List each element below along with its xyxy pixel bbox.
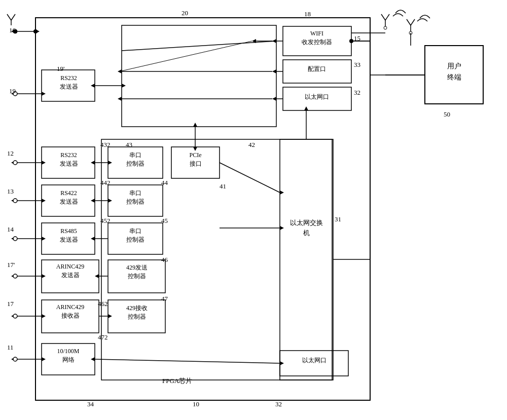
arinc429-send-label: ARINC429发送器 <box>42 262 99 280</box>
svg-marker-81 <box>193 123 197 127</box>
svg-line-35 <box>122 41 252 71</box>
num-442: 442 <box>100 179 111 187</box>
svg-marker-29 <box>42 92 46 96</box>
num-42: 42 <box>248 141 255 149</box>
svg-marker-54 <box>11 199 15 203</box>
num-32top: 32 <box>354 89 360 97</box>
num-41: 41 <box>220 182 226 190</box>
arinc429-recv-label: ARINC429接收器 <box>42 303 99 320</box>
num-17prime: 17' <box>7 261 15 269</box>
svg-point-94 <box>13 161 17 165</box>
num-10: 10 <box>193 400 199 408</box>
svg-line-86 <box>220 163 280 193</box>
rs232-top-label: RS232发送器 <box>45 74 93 91</box>
num-43: 43 <box>126 141 132 149</box>
pcie-label: PCIe接口 <box>174 151 217 168</box>
svg-rect-6 <box>101 139 332 380</box>
num-13: 13 <box>7 187 14 196</box>
svg-marker-42 <box>272 97 276 101</box>
num-472: 472 <box>98 333 108 341</box>
svg-point-95 <box>13 199 17 203</box>
svg-point-100 <box>349 39 353 43</box>
svg-marker-48 <box>11 161 15 165</box>
svg-marker-23 <box>35 29 40 33</box>
num-462: 462 <box>98 300 108 308</box>
num-16: 16 <box>9 26 16 34</box>
num-432: 432 <box>100 141 111 149</box>
user-terminal-label: 用户终端 <box>427 61 481 84</box>
arinc429-recv-ctrl-label: 429接收控制器 <box>109 304 165 321</box>
eth-port-bottom-label: 以太网口 <box>284 356 345 365</box>
num-452: 452 <box>100 217 111 225</box>
num-20: 20 <box>182 9 188 17</box>
num-45: 45 <box>161 217 168 225</box>
num-15: 15 <box>354 34 360 43</box>
svg-marker-75 <box>11 357 15 361</box>
num-18: 18 <box>304 10 311 18</box>
svg-line-102 <box>7 14 11 20</box>
rs232-label: RS232发送器 <box>45 151 93 168</box>
svg-marker-70 <box>11 314 15 318</box>
serial-ctrl2-label: 串口控制器 <box>111 189 160 206</box>
svg-rect-1 <box>122 25 276 127</box>
rs422-label: RS422发送器 <box>45 189 93 206</box>
svg-marker-80 <box>193 147 197 151</box>
num-33: 33 <box>354 61 360 69</box>
svg-marker-38 <box>272 69 276 73</box>
rs485-label: RS485发送器 <box>45 227 93 244</box>
svg-line-105 <box>381 14 385 20</box>
svg-marker-83 <box>304 106 308 110</box>
num-12: 12 <box>7 149 14 158</box>
svg-point-98 <box>13 314 17 318</box>
svg-marker-87 <box>280 190 284 195</box>
arinc429-send-ctrl-label: 429发送控制器 <box>109 263 165 281</box>
svg-marker-60 <box>11 237 15 241</box>
svg-point-97 <box>13 274 17 278</box>
diagram: WIFI收发控制器 配置口 以太网口 RS232发送器 RS232发送器 RS4… <box>0 0 507 420</box>
svg-point-107 <box>384 26 387 29</box>
config-port-label: 配置口 <box>292 65 342 73</box>
svg-line-110 <box>411 19 415 25</box>
svg-marker-26 <box>122 84 126 88</box>
svg-point-96 <box>13 237 17 241</box>
svg-point-111 <box>409 31 412 34</box>
num-44: 44 <box>161 179 168 187</box>
svg-marker-44 <box>118 97 122 101</box>
network-label: 10/100M网络 <box>44 347 92 364</box>
svg-point-91 <box>33 29 38 33</box>
svg-line-106 <box>385 14 389 20</box>
num-19: 19 <box>9 87 16 95</box>
svg-marker-32 <box>272 39 276 43</box>
svg-marker-34 <box>252 39 256 43</box>
svg-rect-19 <box>280 139 333 380</box>
svg-marker-65 <box>11 274 15 278</box>
svg-marker-40 <box>118 69 122 73</box>
svg-point-99 <box>13 357 17 361</box>
num-34: 34 <box>87 400 94 408</box>
num-50: 50 <box>444 110 450 119</box>
fpga-label: FPGA芯片 <box>162 376 192 386</box>
num-14: 14 <box>7 225 14 234</box>
num-46: 46 <box>161 256 168 264</box>
serial-ctrl1-label: 串口控制器 <box>111 151 160 168</box>
svg-line-103 <box>11 14 15 20</box>
svg-line-36 <box>122 41 276 51</box>
eth-port-top-label: 以太网口 <box>286 93 347 101</box>
svg-line-109 <box>407 19 411 25</box>
svg-line-76 <box>95 359 280 363</box>
num-32bottom: 32 <box>275 400 282 408</box>
serial-ctrl3-label: 串口控制器 <box>111 227 160 244</box>
num-31: 31 <box>335 215 341 223</box>
wifi-controller-label: WIFI收发控制器 <box>286 29 347 47</box>
svg-marker-77 <box>280 361 284 365</box>
num-47: 47 <box>161 295 168 303</box>
num-19prime: 19' <box>57 65 64 73</box>
num-11: 11 <box>7 343 14 352</box>
num-17: 17 <box>7 300 14 308</box>
eth-switch-label: 以太网交换机 <box>282 218 331 238</box>
